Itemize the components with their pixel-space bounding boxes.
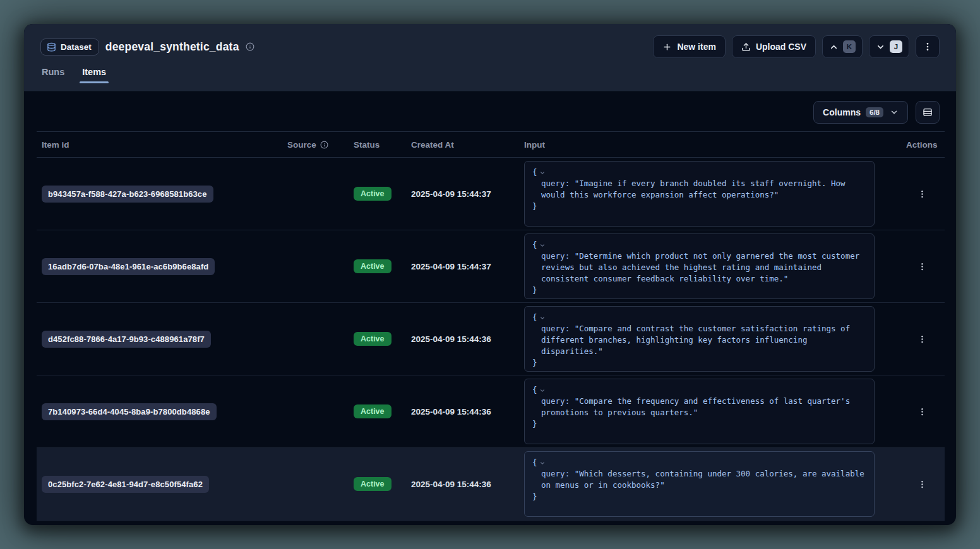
rows-icon [923, 107, 933, 117]
kebab-icon [917, 334, 927, 344]
header-actions: New item Upload CSV K J [653, 35, 940, 58]
collapse-chevron-icon[interactable] [539, 170, 546, 176]
table-body: b943457a-f588-427a-b623-6968581b63ce Act… [37, 158, 945, 521]
kebab-icon [917, 262, 927, 271]
actions-cell [905, 331, 945, 348]
shortcut-key-j: J [890, 40, 902, 53]
chevron-down-icon [876, 42, 885, 52]
status-cell: Active [349, 404, 406, 418]
input-cell: { query: "Determine which product not on… [519, 233, 905, 299]
item-id-cell: 0c25bfc2-7e62-4e81-94d7-e8c50f54fa62 [37, 476, 282, 493]
row-actions-button[interactable] [914, 403, 931, 420]
item-id-badge[interactable]: 7b140973-66d4-4045-8ba9-b7800db4868e [42, 403, 217, 420]
close-brace: } [532, 201, 537, 212]
item-id-badge[interactable]: 16adb7d6-07ba-48e1-961e-ac6b9b6e8afd [42, 258, 215, 275]
created-at-value: 2025-04-09 15:44:37 [406, 262, 519, 271]
status-badge: Active [354, 259, 391, 273]
page-title: deepeval_synthetic_data [105, 40, 239, 54]
open-brace: { [532, 239, 537, 251]
table-row[interactable]: d452fc88-7866-4a17-9b93-c488961a78f7 Act… [37, 303, 945, 375]
status-cell: Active [349, 477, 406, 491]
table-row[interactable]: b943457a-f588-427a-b623-6968581b63ce Act… [37, 158, 945, 230]
status-cell: Active [349, 259, 406, 273]
dataset-info-icon[interactable] [246, 42, 254, 51]
window-header: Dataset deepeval_synthetic_data New item… [24, 24, 956, 92]
created-at-value: 2025-04-09 15:44:36 [406, 407, 519, 416]
json-query-value: "Imagine if every branch doubled its sta… [541, 179, 846, 199]
json-key: query: [541, 251, 570, 261]
column-header-created-at: Created At [406, 140, 519, 150]
collapse-chevron-icon[interactable] [539, 242, 546, 249]
open-brace: { [532, 384, 537, 396]
table-header-row: Item id Source Status Created At Input A… [37, 131, 945, 158]
kebab-icon [917, 407, 927, 416]
item-id-badge[interactable]: d452fc88-7866-4a17-9b93-c488961a78f7 [42, 331, 211, 348]
table-row[interactable]: 16adb7d6-07ba-48e1-961e-ac6b9b6e8afd Act… [37, 230, 945, 303]
json-key: query: [541, 179, 570, 188]
collapse-chevron-icon[interactable] [539, 315, 546, 321]
open-brace: { [532, 312, 537, 323]
created-at-value: 2025-04-09 15:44:37 [406, 189, 519, 199]
item-id-badge[interactable]: 0c25bfc2-7e62-4e81-94d7-e8c50f54fa62 [42, 476, 209, 493]
collapse-chevron-icon[interactable] [539, 460, 546, 466]
status-badge: Active [354, 404, 391, 418]
row-height-button[interactable] [916, 101, 940, 124]
input-json-preview: { query: "Determine which product not on… [524, 233, 875, 299]
prev-item-button[interactable]: K [822, 35, 863, 58]
item-id-badge[interactable]: b943457a-f588-427a-b623-6968581b63ce [42, 186, 213, 203]
row-actions-button[interactable] [914, 258, 931, 275]
created-at-value: 2025-04-09 15:44:36 [406, 480, 519, 489]
new-item-button[interactable]: New item [653, 35, 725, 58]
actions-cell [905, 258, 945, 275]
close-brace: } [532, 285, 537, 296]
close-brace: } [532, 418, 537, 430]
input-json-preview: { query: "Which desserts, containing und… [524, 451, 875, 517]
dataset-window: Dataset deepeval_synthetic_data New item… [24, 24, 956, 525]
status-cell: Active [349, 332, 406, 346]
close-brace: } [532, 491, 537, 502]
status-cell: Active [349, 187, 406, 201]
columns-button[interactable]: Columns 6/8 [813, 101, 908, 124]
tab-runs[interactable]: Runs [42, 67, 64, 83]
row-actions-button[interactable] [914, 186, 931, 203]
more-actions-button[interactable] [916, 35, 940, 58]
json-key: query: [541, 469, 570, 478]
status-badge: Active [354, 187, 391, 201]
input-cell: { query: "Which desserts, containing und… [519, 451, 905, 517]
actions-cell [905, 186, 945, 203]
columns-count-badge: 6/8 [866, 107, 883, 117]
column-header-actions: Actions [905, 140, 945, 150]
column-header-item-id: Item id [37, 140, 282, 150]
tab-items[interactable]: Items [82, 67, 106, 83]
database-icon [47, 42, 56, 52]
item-id-cell: 16adb7d6-07ba-48e1-961e-ac6b9b6e8afd [37, 258, 282, 275]
input-cell: { query: "Compare and contrast the custo… [519, 306, 905, 372]
status-badge: Active [354, 332, 391, 346]
json-query-value: "Compare the frequency and effectiveness… [541, 396, 850, 417]
next-item-button[interactable]: J [869, 35, 909, 58]
item-id-cell: d452fc88-7866-4a17-9b93-c488961a78f7 [37, 331, 282, 348]
json-query-value: "Determine which product not only garner… [541, 251, 859, 283]
source-info-icon[interactable] [320, 141, 328, 149]
table-row[interactable]: 7b140973-66d4-4045-8ba9-b7800db4868e Act… [37, 375, 945, 448]
actions-cell [905, 476, 945, 493]
row-actions-button[interactable] [914, 476, 931, 493]
upload-csv-button[interactable]: Upload CSV [732, 35, 816, 58]
input-cell: { query: "Imagine if every branch double… [519, 161, 905, 227]
table-row[interactable]: 0c25bfc2-7e62-4e81-94d7-e8c50f54fa62 Act… [37, 448, 945, 521]
plus-icon [662, 42, 672, 52]
kebab-icon [917, 189, 927, 199]
open-brace: { [532, 167, 537, 178]
column-header-status: Status [349, 140, 406, 150]
input-json-preview: { query: "Imagine if every branch double… [524, 161, 875, 227]
columns-label: Columns [823, 107, 861, 117]
tab-bar: Runs Items [40, 67, 940, 83]
column-header-source: Source [282, 140, 349, 150]
collapse-chevron-icon[interactable] [539, 387, 546, 394]
row-actions-button[interactable] [914, 331, 931, 348]
json-key: query: [541, 324, 570, 333]
shortcut-key-k: K [843, 40, 856, 53]
item-id-cell: 7b140973-66d4-4045-8ba9-b7800db4868e [37, 403, 282, 420]
created-at-value: 2025-04-09 15:44:36 [406, 334, 519, 344]
chevron-down-icon [890, 108, 899, 117]
